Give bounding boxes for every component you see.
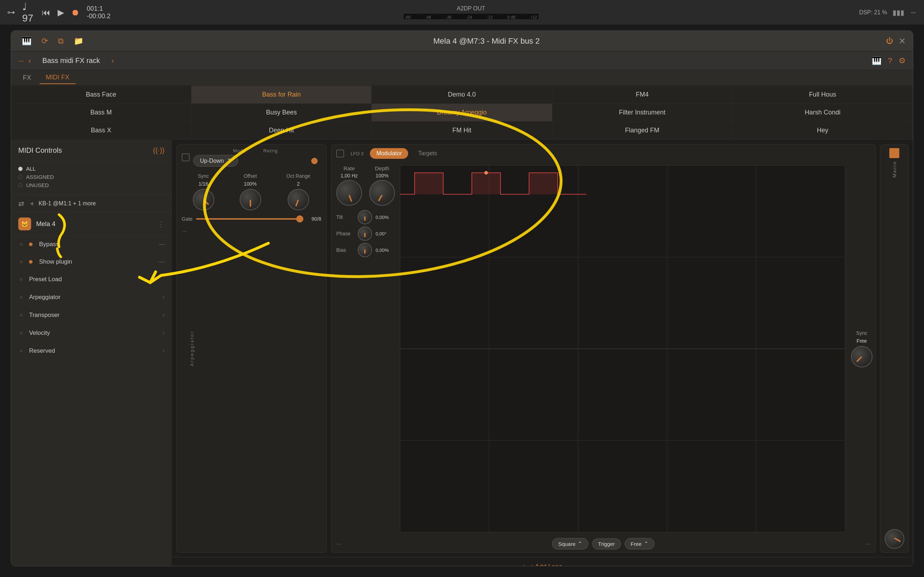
- macro-panel: Macro: [880, 144, 909, 553]
- preset-bass-x[interactable]: Bass X: [11, 122, 192, 140]
- preset-filter-instrument[interactable]: Filter Instrument: [552, 104, 732, 122]
- filter-unused[interactable]: UNUSED: [18, 182, 164, 188]
- filter-assigned-label: ASSIGNED: [26, 174, 54, 180]
- arp-enable-checkbox[interactable]: [182, 153, 190, 161]
- preset-flanged-fm[interactable]: Flanged FM: [552, 122, 732, 140]
- piano-tab-icon[interactable]: 🎹: [18, 34, 35, 48]
- control-preset-load[interactable]: ≡ Preset Load: [11, 271, 172, 288]
- preset-dreamy-arpeggio[interactable]: Dreamy Arpeggio: [372, 104, 552, 122]
- drag-handle-icon: ≡: [20, 330, 23, 336]
- lfo-rate-knob[interactable]: [336, 180, 362, 206]
- chevron-right-icon: ›: [163, 293, 164, 301]
- instrument-more-button[interactable]: ⋮: [158, 220, 164, 228]
- preset-demo-40[interactable]: Demo 4.0: [372, 86, 552, 104]
- lfo-more-button[interactable]: ···: [336, 540, 341, 548]
- lfo-id-label: LFO 3: [351, 151, 364, 156]
- power-button[interactable]: ⏻: [886, 37, 893, 45]
- filter-group: ALL ASSIGNED UNUSED: [11, 161, 172, 195]
- add-lane[interactable]: + + Add Lane: [172, 557, 913, 566]
- plugin-area: Mode Retrig Up-Down ⌃: [172, 140, 913, 566]
- macro-knob[interactable]: [885, 529, 904, 549]
- arp-offset-value: 100%: [244, 181, 257, 187]
- control-reserved[interactable]: ≡ Reserved ›: [11, 342, 172, 360]
- lfo-bias-knob[interactable]: [358, 243, 372, 257]
- lfo-tab-modulator[interactable]: Modulator: [370, 148, 408, 159]
- meter-tick: +12: [531, 15, 537, 19]
- filter-assigned[interactable]: ASSIGNED: [18, 174, 164, 180]
- help-icon[interactable]: ?: [888, 56, 892, 66]
- control-show-plugin-label: Show plugin: [39, 258, 154, 266]
- lfo-sync-knob[interactable]: [851, 346, 872, 367]
- grid-tab-icon[interactable]: ⧉: [55, 34, 67, 48]
- preset-hey[interactable]: Hey: [732, 122, 913, 140]
- next-rack-button[interactable]: ›: [112, 56, 114, 65]
- gate-fill: [196, 218, 298, 220]
- control-show-plugin[interactable]: ≡ Show plugin —: [11, 253, 172, 271]
- more-options-button[interactable]: ···: [18, 56, 24, 65]
- rewind-button[interactable]: ⏮: [42, 8, 50, 18]
- drag-handle-icon: ≡: [20, 242, 23, 247]
- lfo-depth-value: 100%: [376, 173, 388, 179]
- tab-midi-fx[interactable]: MIDI FX: [39, 71, 76, 84]
- arp-more-button[interactable]: ···: [182, 227, 187, 235]
- lfo-shape-button[interactable]: Square ⌃: [552, 538, 588, 550]
- arp-sync-knob[interactable]: [193, 189, 214, 210]
- knob-indicator: [364, 233, 365, 237]
- preset-full-house[interactable]: Full Hous: [732, 86, 913, 104]
- preset-fm4[interactable]: FM4: [552, 86, 732, 104]
- preset-fm-hit[interactable]: FM Hit: [372, 122, 552, 140]
- filter-all[interactable]: ALL: [18, 166, 164, 172]
- control-arpeggiator[interactable]: ≡ Arpeggiator ›: [11, 288, 172, 306]
- preset-bass-for-rain[interactable]: Bass for Rain: [192, 86, 372, 104]
- arp-mode-label: Mode: [233, 148, 246, 153]
- lfo-tilt-knob[interactable]: [358, 210, 372, 224]
- gate-row: Gate 90/8: [177, 213, 326, 225]
- arp-oct-group: Oct Range 2: [287, 173, 311, 210]
- control-velocity[interactable]: ≡ Velocity ›: [11, 324, 172, 342]
- drag-handle-icon: ≡: [20, 312, 23, 318]
- gate-slider[interactable]: [196, 218, 303, 220]
- control-transposer[interactable]: ≡ Transposer ›: [11, 306, 172, 324]
- lfo-free-button[interactable]: Free ⌃: [625, 538, 655, 550]
- battery-icon: ▮▮▮: [892, 8, 904, 17]
- lfo-tab-targets[interactable]: Targets: [412, 148, 443, 159]
- knob-indicator: [295, 199, 299, 206]
- filter-assigned-dot: [18, 175, 23, 179]
- shape-label: Square: [558, 541, 575, 547]
- tilt-label: Tilt: [336, 214, 354, 220]
- piano-roll-icon[interactable]: 🎹: [872, 56, 881, 66]
- content-area: MIDI Controls ((·)) ALL ASSIGNED UNUSED: [11, 140, 913, 566]
- close-button[interactable]: ✕: [898, 36, 906, 46]
- arp-offset-knob[interactable]: [240, 189, 261, 210]
- record-button[interactable]: ⏺: [71, 8, 80, 18]
- preset-bass-m[interactable]: Bass M: [11, 104, 192, 122]
- lfo-depth-knob[interactable]: [369, 180, 395, 206]
- free-chevron-icon: ⌃: [644, 540, 649, 547]
- broadcast-icon: ((·)): [153, 146, 164, 155]
- lfo-phase-knob[interactable]: [358, 226, 372, 241]
- preset-bass-face[interactable]: Bass Face: [11, 86, 192, 104]
- lfo-enable-checkbox[interactable]: [336, 150, 344, 157]
- preset-harsh-condi[interactable]: Harsh Condi: [732, 104, 913, 122]
- lfo-rate-group: Rate 1,00 Hz: [336, 165, 362, 206]
- lfo-extra-button[interactable]: ···: [865, 540, 870, 548]
- control-bypass[interactable]: ≡ Bypass —: [11, 236, 172, 253]
- preset-deep-hit[interactable]: Deep Hit: [192, 122, 372, 140]
- lfo-depth-group: Depth 100%: [369, 165, 395, 206]
- prev-rack-button[interactable]: ‹: [29, 56, 31, 65]
- mode-selector[interactable]: Up-Down ⌃: [193, 155, 238, 167]
- lfo-trigger-button[interactable]: Trigger: [592, 538, 621, 550]
- preset-busy-bees[interactable]: Busy Bees: [192, 104, 372, 122]
- chevron-right-icon: ›: [163, 311, 164, 319]
- window-titlebar: 🎹 ⟳ ⧉ 📁 Mela 4 @M7:3 - Midi FX bus 2 ⏻ ✕: [11, 31, 913, 52]
- knob-indicator: [348, 195, 353, 202]
- meter-tick: -48: [425, 15, 431, 19]
- knob-indicator: [203, 199, 209, 205]
- settings-icon[interactable]: ⚙: [898, 56, 906, 66]
- arp-oct-knob[interactable]: [288, 189, 309, 210]
- loop-tab-icon[interactable]: ⟳: [38, 34, 52, 48]
- folder-tab-icon[interactable]: 📁: [70, 34, 87, 48]
- tab-fx[interactable]: FX: [16, 72, 37, 84]
- control-bypass-label: Bypass: [39, 241, 154, 248]
- play-button[interactable]: ▶: [58, 8, 64, 18]
